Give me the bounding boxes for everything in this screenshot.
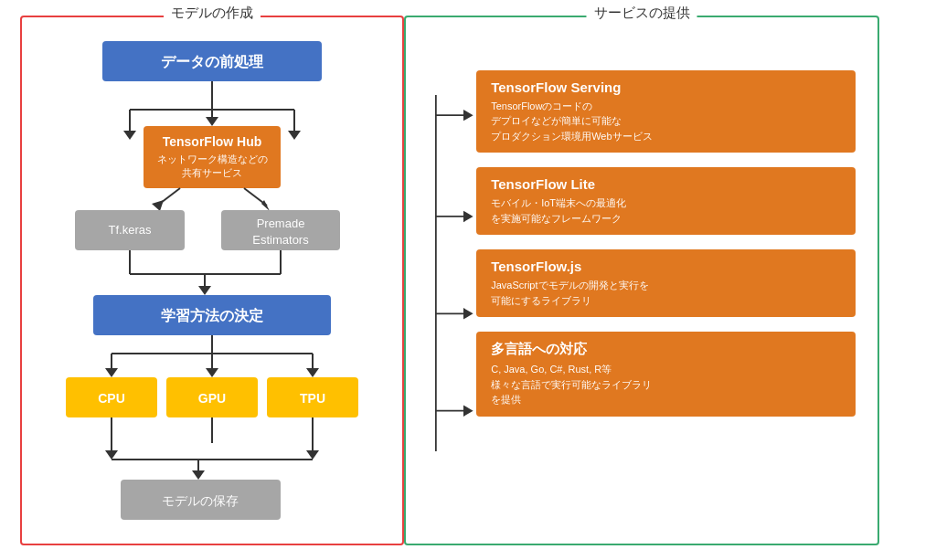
right-panel: サービスの提供 [404,16,879,545]
left-panel-title: モデルの作成 [164,5,261,22]
svg-marker-36 [206,368,218,377]
service-desc-3: JavaScriptでモデルの開発と実行を可能にするライブラリ [491,278,841,308]
svg-text:学習方法の決定: 学習方法の決定 [161,307,263,323]
svg-marker-59 [463,210,473,221]
service-title-1: TensorFlow Serving [491,79,841,95]
left-panel: モデルの作成 データの前処理 TensorFlow [20,16,404,545]
svg-text:Estimators: Estimators [252,233,309,247]
svg-marker-49 [306,450,319,460]
connector-svg [428,45,476,502]
service-title-3: TensorFlow.js [491,259,841,274]
service-desc-4: C, Java, Go, C#, Rust, R等様々な言語で実行可能なライブラ… [491,362,841,407]
service-desc-1: TensorFlowのコードのデプロイなどが簡単に可能なプロダクション環境用We… [491,99,841,144]
service-tensorflow-lite: TensorFlow Lite モバイル・IoT端末への最適化を実施可能なフレー… [476,167,856,235]
svg-text:CPU: CPU [98,391,125,406]
svg-text:TPU: TPU [300,391,325,406]
svg-marker-10 [206,117,218,126]
service-title-2: TensorFlow Lite [491,176,841,192]
services-list: TensorFlow Serving TensorFlowのコードのデプロイなど… [476,70,856,525]
svg-marker-52 [192,470,205,480]
svg-text:モデルの保存: モデルの保存 [162,493,239,508]
svg-marker-38 [306,368,319,377]
svg-marker-8 [288,131,301,140]
right-panel-title: サービスの提供 [587,5,697,22]
svg-text:Tf.keras: Tf.keras [109,223,152,237]
main-container: モデルの作成 データの前処理 TensorFlow [20,16,916,545]
svg-marker-63 [463,405,473,416]
svg-text:Premade: Premade [257,217,305,230]
svg-marker-61 [463,308,473,319]
svg-text:TensorFlow Hub: TensorFlow Hub [163,134,262,149]
svg-text:GPU: GPU [198,391,226,406]
svg-marker-28 [198,286,211,295]
svg-text:ネットワーク構造などの: ネットワーク構造などの [157,153,268,164]
service-desc-2: モバイル・IoT端末への最適化を実施可能なフレームワーク [491,195,841,226]
svg-marker-16 [152,200,164,211]
service-tensorflow-js: TensorFlow.js JavaScriptでモデルの開発と実行を可能にする… [476,249,856,317]
svg-marker-34 [105,368,118,377]
service-tensorflow-serving: TensorFlow Serving TensorFlowのコードのデプロイなど… [476,70,856,153]
left-flow-svg: データの前処理 TensorFlow Hub ネットワーク構造などの 共有サービ… [38,32,386,525]
svg-text:データの前処理: データの前処理 [161,54,264,69]
svg-marker-46 [105,450,118,460]
service-title-4: 多言語への対応 [491,341,841,358]
svg-marker-6 [123,131,136,140]
svg-text:共有サービス: 共有サービス [182,167,242,178]
service-multilang: 多言語への対応 C, Java, Go, C#, Rust, R等様々な言語で実… [476,332,856,417]
svg-marker-57 [463,109,473,120]
